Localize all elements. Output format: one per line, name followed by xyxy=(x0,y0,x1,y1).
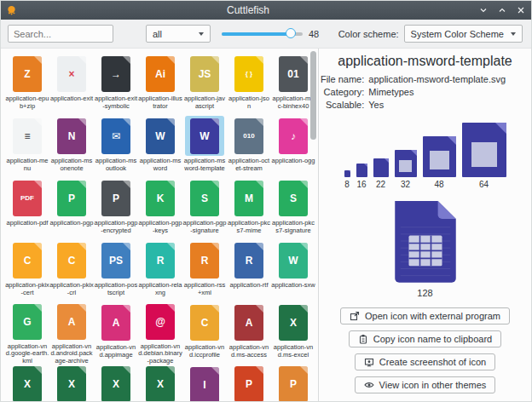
icon-grid-item[interactable]: PS application-postscript xyxy=(94,240,138,302)
icon-grid-item[interactable]: M application-pkcs7-mime xyxy=(227,178,271,240)
file-type-icon: Ai xyxy=(146,56,175,92)
page-fold xyxy=(78,304,86,312)
icon-grid-item[interactable]: C application-pkix-cert xyxy=(5,240,49,302)
page-fold xyxy=(78,366,86,374)
icon-grid-item[interactable]: P application-vnd.ms-powerpoint xyxy=(227,365,271,401)
icon-grid-item[interactable]: W application-msword-template xyxy=(182,116,227,178)
icon-glyph: C xyxy=(68,256,76,266)
icon-grid-item[interactable]: X application-vnd.ms-excel.sheet.binary.… xyxy=(49,365,94,401)
file-type-icon: M xyxy=(234,181,263,216)
icon-grid-item[interactable]: W application-sxw xyxy=(271,240,315,302)
icon-grid-item[interactable]: A application-vnd.ms-access xyxy=(227,302,271,365)
open-external-button[interactable]: Open icon with external program xyxy=(340,307,510,324)
maximize-button[interactable] xyxy=(497,5,507,15)
icon-grid-item[interactable]: W application-msword xyxy=(138,116,182,178)
file-type-icon: P xyxy=(279,366,308,401)
icon-box: Ai xyxy=(141,54,180,94)
icon-grid-item[interactable]: @ application-vnd.debian.binary-package xyxy=(138,302,182,365)
icon-grid-item[interactable]: C application-vnd.iccprofile xyxy=(182,302,227,365)
icon-grid-item[interactable]: 01 application-mac-binhex40 xyxy=(271,54,315,116)
minimize-button[interactable] xyxy=(478,5,489,15)
icon-grid-item[interactable]: X application-vnd.ms-excel.sheet.macroen… xyxy=(94,365,138,401)
icon-glyph: W xyxy=(200,131,209,141)
icon-grid-item[interactable]: R application-rtf xyxy=(227,240,271,302)
icon-label: application-vnd.appimage xyxy=(94,344,138,359)
icon-grid-item[interactable]: A application-vnd.appimage xyxy=(94,302,138,365)
icon-grid-item[interactable]: N application-msonenote xyxy=(49,116,94,178)
file-type-icon: R xyxy=(190,243,219,279)
page-fold xyxy=(256,118,263,126)
icon-size-slider[interactable] xyxy=(222,26,303,42)
file-type-icon: S xyxy=(190,181,219,216)
icon-glyph: ♪ xyxy=(291,131,296,141)
icon-grid-item[interactable]: Z application-epub+zip xyxy=(5,54,49,116)
file-type-icon: A xyxy=(234,305,263,341)
page-fold xyxy=(256,366,263,374)
icon-grid-item[interactable]: P application-pgp-encrypted xyxy=(94,178,138,240)
slider-handle[interactable] xyxy=(286,28,296,38)
icon-grid-item[interactable]: X application-vnd.ms-excel xyxy=(271,302,315,365)
page-fold xyxy=(78,118,86,126)
close-button[interactable] xyxy=(516,5,526,15)
icon-grid-item[interactable]: ≡ application-menu xyxy=(5,116,49,178)
icon-grid-item[interactable]: R application-relaxng xyxy=(138,240,182,302)
search-input[interactable] xyxy=(8,25,113,43)
icon-grid-item[interactable]: JS application-javascript xyxy=(182,54,227,116)
size-preview-64: 64 xyxy=(462,123,506,189)
window-title: Cuttlefish xyxy=(18,4,478,16)
color-scheme-dropdown[interactable]: System Color Scheme xyxy=(404,25,523,43)
icon-grid-item[interactable]: S application-pgp-signature xyxy=(182,178,227,240)
screenshot-button[interactable]: Create screenshot of icon xyxy=(355,353,495,370)
icon-grid-item[interactable]: G application-vnd.google-earth.kml xyxy=(5,302,49,365)
icon-grid-item[interactable]: PDF application-pdf xyxy=(5,178,49,240)
icon-box: R xyxy=(185,240,224,280)
icon-glyph: K xyxy=(157,193,165,204)
titlebar[interactable]: Cuttlefish xyxy=(1,1,531,20)
file-type-icon: JS xyxy=(190,56,219,92)
page-fold xyxy=(211,181,219,188)
toolbar: all 48 Color scheme: System Color Scheme xyxy=(1,20,531,49)
icon-grid-item[interactable]: K application-pgp-keys xyxy=(138,178,182,240)
icon-grid-item[interactable]: ✉ application-msoutlook xyxy=(94,116,138,178)
icon-grid-item[interactable]: ♪ application-ogg xyxy=(271,116,315,178)
icon-label: application-ogg xyxy=(271,158,315,165)
icon-box: R xyxy=(141,240,180,280)
icon-grid-item[interactable]: × application-exit xyxy=(49,54,94,116)
icon-box: ♪ xyxy=(274,116,313,156)
icon-grid-item[interactable]: { } application-json xyxy=(227,54,271,116)
file-type-icon: W xyxy=(279,243,308,279)
page-fold xyxy=(300,56,308,64)
icon-grid-item[interactable]: → application-exit-symbolic xyxy=(94,54,138,116)
icon-glyph: ✉ xyxy=(112,131,120,141)
screenshot-label: Create screenshot of icon xyxy=(379,357,486,367)
icon-grid-item[interactable]: S application-pkcs7-signature xyxy=(271,178,315,240)
icon-grid-item[interactable]: Ai application-illustrator xyxy=(138,54,182,116)
icon-grid-item[interactable]: P application-vnd.ms-powerpoint.addin.ma… xyxy=(271,365,315,401)
view-themes-button[interactable]: View icon in other themes xyxy=(355,376,496,393)
copy-name-button[interactable]: Copy icon name to clipboard xyxy=(349,330,501,347)
page-fold xyxy=(211,305,219,313)
file-type-icon: W xyxy=(146,118,175,154)
category-dropdown[interactable]: all xyxy=(146,25,211,43)
file-type-icon: X xyxy=(57,366,86,401)
page-fold xyxy=(34,366,42,374)
page-fold xyxy=(34,181,42,188)
icon-grid-item[interactable]: C application-pkix-crl xyxy=(49,240,94,302)
file-type-icon: I xyxy=(190,367,219,402)
icon-label: application-rtf xyxy=(227,282,271,290)
icon-box: P xyxy=(52,178,91,218)
copy-name-label: Copy icon name to clipboard xyxy=(373,334,492,344)
icon-box: C xyxy=(8,240,47,280)
icon-grid-item[interactable]: P application-pgp xyxy=(49,178,94,240)
icon-grid-item[interactable]: R application-rss+xml xyxy=(182,240,227,302)
icon-grid-item[interactable]: A application-vnd.android.package-archiv… xyxy=(49,302,94,365)
icon-glyph: P xyxy=(113,193,119,204)
icon-glyph: X xyxy=(157,379,164,389)
vertical-scrollbar[interactable] xyxy=(310,51,316,140)
icon-grid-item[interactable]: X application-vnd.ms-excel.addin.macroen… xyxy=(5,365,49,401)
chevron-down-icon xyxy=(511,32,516,36)
icon-grid-item[interactable]: I application-vnd.ms-infopath xyxy=(182,365,227,401)
icon-grid-item[interactable]: 010 application-octet-stream xyxy=(227,116,271,178)
icon-grid-item[interactable]: X application-vnd.ms-excel.template.macr… xyxy=(138,365,182,401)
icon-grid: Z application-epub+zip × app xyxy=(1,49,318,401)
